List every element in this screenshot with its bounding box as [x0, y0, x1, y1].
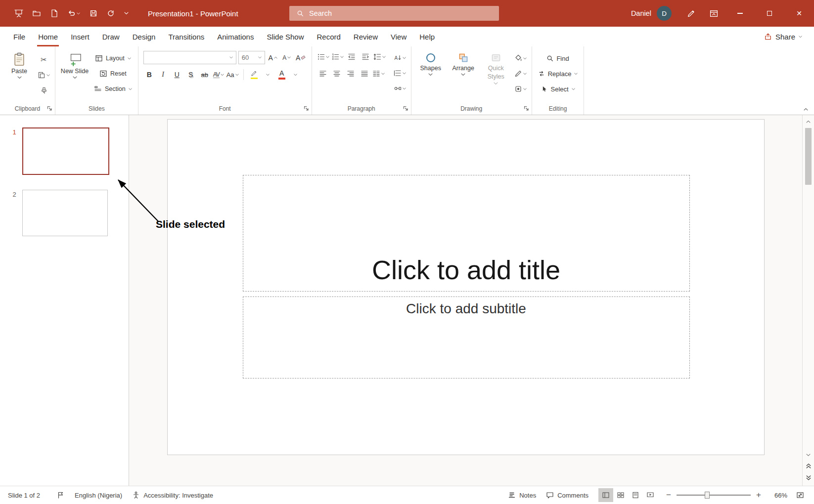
save-button[interactable] [87, 7, 100, 20]
font-dialog-launcher[interactable] [303, 105, 309, 111]
title-placeholder[interactable]: Click to add title [243, 175, 690, 292]
strikethrough-button[interactable]: ab [199, 69, 211, 81]
slide-sorter-view-button[interactable] [613, 488, 628, 502]
convert-to-smartart-button[interactable] [394, 83, 406, 94]
shape-fill-button[interactable] [514, 52, 527, 64]
decrease-indent-button[interactable] [346, 51, 358, 63]
reset-button[interactable]: Reset [93, 68, 133, 80]
paragraph-dialog-launcher[interactable] [403, 105, 408, 111]
increase-font-size-button[interactable]: A [267, 52, 279, 64]
text-direction-button[interactable] [394, 52, 406, 64]
arrange-button[interactable]: Arrange [449, 51, 478, 76]
tab-help[interactable]: Help [413, 27, 441, 46]
line-spacing-button[interactable] [373, 51, 386, 63]
comments-button[interactable]: Comments [541, 491, 593, 499]
reading-view-button[interactable] [628, 488, 643, 502]
slide-editing-area[interactable]: Click to add title Click to add subtitle [167, 119, 765, 455]
tab-file[interactable]: File [7, 27, 32, 46]
shape-effects-button[interactable] [514, 83, 527, 95]
zoom-out-button[interactable]: − [663, 489, 675, 501]
tab-home[interactable]: Home [32, 27, 64, 46]
section-button[interactable]: Section [93, 83, 133, 95]
close-button[interactable]: ✕ [784, 0, 814, 27]
zoom-slider[interactable] [677, 489, 751, 501]
layout-button[interactable]: Layout [93, 52, 133, 64]
status-flag-button[interactable] [52, 486, 70, 504]
font-size-select[interactable]: 60 [238, 51, 265, 64]
slide-1-thumbnail[interactable] [22, 127, 109, 175]
shapes-button[interactable]: Shapes [416, 51, 445, 76]
clipboard-dialog-launcher[interactable] [46, 105, 52, 111]
scroll-up-button[interactable] [803, 117, 814, 126]
fit-to-window-button[interactable] [791, 491, 809, 499]
increase-indent-button[interactable] [360, 51, 371, 63]
tab-animations[interactable]: Animations [211, 27, 260, 46]
format-painter-button[interactable] [38, 85, 50, 97]
shape-outline-button[interactable] [514, 68, 527, 80]
drawing-dialog-launcher[interactable] [523, 105, 529, 111]
quick-styles-button[interactable]: Quick Styles [482, 51, 510, 85]
zoom-in-button[interactable]: + [753, 489, 765, 501]
align-right-button[interactable] [345, 68, 357, 80]
tab-insert[interactable]: Insert [64, 27, 96, 46]
align-center-button[interactable] [331, 68, 343, 80]
language-button[interactable]: English (Nigeria) [70, 486, 127, 504]
tab-slide-show[interactable]: Slide Show [260, 27, 310, 46]
font-color-button[interactable]: A [276, 69, 288, 81]
maximize-button[interactable] [755, 0, 784, 27]
tab-review[interactable]: Review [347, 27, 384, 46]
open-button[interactable] [30, 7, 43, 20]
customize-quick-access-button[interactable] [122, 9, 131, 17]
start-from-beginning-button[interactable] [12, 6, 26, 20]
tab-design[interactable]: Design [126, 27, 162, 46]
text-highlight-dropdown[interactable] [262, 69, 274, 81]
search-box[interactable]: Search [289, 6, 499, 21]
underline-button[interactable]: U [171, 69, 183, 81]
scrollbar-thumb[interactable] [805, 128, 812, 185]
previous-slide-button[interactable] [803, 460, 814, 472]
avatar[interactable]: D [657, 6, 672, 21]
bold-button[interactable]: B [143, 69, 155, 81]
zoom-slider-thumb[interactable] [705, 492, 710, 499]
bullets-button[interactable] [317, 51, 329, 63]
new-presentation-button[interactable] [47, 7, 60, 20]
copy-button[interactable] [38, 69, 50, 81]
font-name-select[interactable] [143, 51, 236, 64]
cut-button[interactable]: ✂ [38, 53, 50, 65]
minimize-button[interactable] [725, 0, 755, 27]
clear-formatting-button[interactable]: A [295, 52, 307, 64]
align-text-button[interactable] [394, 67, 406, 79]
accessibility-button[interactable]: Accessibility: Investigate [127, 486, 218, 504]
text-shadow-button[interactable]: S [185, 69, 197, 81]
slide-2-thumbnail[interactable] [22, 190, 108, 236]
italic-button[interactable]: I [157, 69, 169, 81]
tab-record[interactable]: Record [310, 27, 347, 46]
tab-draw[interactable]: Draw [96, 27, 126, 46]
select-button[interactable]: Select [537, 83, 579, 95]
undo-button[interactable] [65, 7, 83, 20]
notes-button[interactable]: Notes [503, 491, 541, 499]
change-case-button[interactable]: Aa [226, 69, 239, 81]
replace-button[interactable]: Replace [537, 68, 579, 80]
ribbon-display-options-button[interactable] [702, 0, 725, 27]
find-button[interactable]: Find [537, 52, 579, 64]
tab-view[interactable]: View [384, 27, 413, 46]
text-highlight-color-button[interactable] [248, 69, 260, 81]
justify-button[interactable] [359, 68, 370, 80]
columns-button[interactable] [372, 68, 385, 80]
font-color-dropdown[interactable] [290, 69, 302, 81]
share-button[interactable]: Share [752, 27, 814, 46]
subtitle-placeholder[interactable]: Click to add subtitle [243, 296, 690, 378]
inking-button[interactable] [679, 0, 702, 27]
user-name[interactable]: Daniel [631, 9, 651, 17]
slide-show-view-button[interactable] [643, 488, 658, 502]
redo-button[interactable] [104, 7, 117, 20]
align-left-button[interactable] [317, 68, 329, 80]
scroll-down-button[interactable] [803, 450, 814, 460]
new-slide-button[interactable]: New Slide [60, 51, 89, 79]
character-spacing-button[interactable]: AV [213, 69, 225, 81]
normal-view-button[interactable] [598, 488, 613, 502]
zoom-level[interactable]: 66% [767, 492, 787, 499]
collapse-ribbon-button[interactable] [804, 108, 808, 111]
paste-button[interactable]: Paste [5, 51, 34, 79]
